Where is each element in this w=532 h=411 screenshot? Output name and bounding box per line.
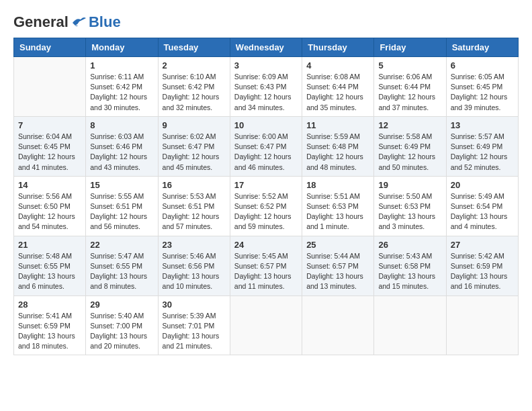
day-info: Sunrise: 6:10 AM Sunset: 6:42 PM Dayligh…	[163, 72, 226, 113]
day-number: 30	[163, 300, 226, 310]
calendar-week-row: 1Sunrise: 6:11 AM Sunset: 6:42 PM Daylig…	[14, 57, 519, 117]
calendar-day-cell: 27Sunrise: 5:42 AM Sunset: 6:59 PM Dayli…	[446, 236, 518, 295]
day-number: 16	[163, 180, 226, 190]
calendar-day-cell: 4Sunrise: 6:08 AM Sunset: 6:44 PM Daylig…	[302, 57, 374, 117]
day-number: 11	[306, 120, 369, 130]
day-info: Sunrise: 5:46 AM Sunset: 6:56 PM Dayligh…	[163, 251, 226, 292]
day-info: Sunrise: 6:06 AM Sunset: 6:44 PM Dayligh…	[378, 72, 441, 113]
logo: General Blue	[13, 13, 121, 31]
day-info: Sunrise: 5:43 AM Sunset: 6:58 PM Dayligh…	[378, 251, 441, 292]
calendar-day-cell: 25Sunrise: 5:44 AM Sunset: 6:57 PM Dayli…	[302, 236, 374, 295]
day-info: Sunrise: 5:52 AM Sunset: 6:52 PM Dayligh…	[234, 191, 298, 232]
calendar-day-cell: 10Sunrise: 6:00 AM Sunset: 6:47 PM Dayli…	[230, 116, 302, 176]
calendar-day-cell: 23Sunrise: 5:46 AM Sunset: 6:56 PM Dayli…	[158, 236, 230, 295]
day-info: Sunrise: 6:09 AM Sunset: 6:43 PM Dayligh…	[234, 72, 298, 113]
calendar-day-cell: 21Sunrise: 5:48 AM Sunset: 6:55 PM Dayli…	[14, 236, 86, 295]
day-info: Sunrise: 6:05 AM Sunset: 6:45 PM Dayligh…	[451, 72, 514, 113]
calendar-header-sunday: Sunday	[14, 38, 86, 57]
day-number: 24	[234, 240, 298, 250]
calendar-week-row: 21Sunrise: 5:48 AM Sunset: 6:55 PM Dayli…	[14, 236, 519, 295]
day-number: 13	[451, 120, 514, 130]
day-info: Sunrise: 5:45 AM Sunset: 6:57 PM Dayligh…	[234, 251, 298, 292]
calendar-day-cell: 6Sunrise: 6:05 AM Sunset: 6:45 PM Daylig…	[446, 57, 518, 117]
day-number: 9	[163, 120, 226, 130]
day-info: Sunrise: 6:08 AM Sunset: 6:44 PM Dayligh…	[306, 72, 369, 113]
calendar-day-cell: 12Sunrise: 5:58 AM Sunset: 6:49 PM Dayli…	[374, 116, 446, 176]
day-number: 15	[90, 180, 153, 190]
calendar-header-thursday: Thursday	[302, 38, 374, 57]
day-number: 17	[234, 180, 298, 190]
calendar-day-cell: 26Sunrise: 5:43 AM Sunset: 6:58 PM Dayli…	[374, 236, 446, 295]
day-info: Sunrise: 5:48 AM Sunset: 6:55 PM Dayligh…	[18, 251, 81, 292]
calendar-day-cell	[14, 57, 86, 117]
day-number: 3	[234, 60, 298, 71]
calendar-header-wednesday: Wednesday	[230, 38, 302, 57]
day-number: 29	[90, 300, 153, 310]
calendar-day-cell: 11Sunrise: 5:59 AM Sunset: 6:48 PM Dayli…	[302, 116, 374, 176]
calendar-day-cell: 30Sunrise: 5:39 AM Sunset: 7:01 PM Dayli…	[158, 295, 230, 355]
day-number: 4	[306, 60, 369, 71]
day-number: 23	[163, 240, 226, 250]
day-info: Sunrise: 5:56 AM Sunset: 6:50 PM Dayligh…	[18, 191, 81, 232]
calendar-header-monday: Monday	[86, 38, 158, 57]
day-info: Sunrise: 5:44 AM Sunset: 6:57 PM Dayligh…	[306, 251, 369, 292]
day-info: Sunrise: 5:39 AM Sunset: 7:01 PM Dayligh…	[163, 311, 226, 352]
calendar-day-cell	[302, 295, 374, 355]
calendar-day-cell: 20Sunrise: 5:49 AM Sunset: 6:54 PM Dayli…	[446, 176, 518, 236]
day-info: Sunrise: 5:41 AM Sunset: 6:59 PM Dayligh…	[18, 311, 81, 352]
calendar-day-cell: 15Sunrise: 5:55 AM Sunset: 6:51 PM Dayli…	[86, 176, 158, 236]
logo-general: General	[13, 13, 69, 31]
day-number: 6	[451, 60, 514, 71]
calendar-day-cell	[446, 295, 518, 355]
day-number: 28	[18, 300, 81, 310]
day-info: Sunrise: 6:04 AM Sunset: 6:45 PM Dayligh…	[18, 132, 81, 173]
calendar-day-cell: 16Sunrise: 5:53 AM Sunset: 6:51 PM Dayli…	[158, 176, 230, 236]
day-info: Sunrise: 6:03 AM Sunset: 6:46 PM Dayligh…	[90, 132, 153, 173]
calendar-day-cell: 7Sunrise: 6:04 AM Sunset: 6:45 PM Daylig…	[14, 116, 86, 176]
calendar-week-row: 14Sunrise: 5:56 AM Sunset: 6:50 PM Dayli…	[14, 176, 519, 236]
day-info: Sunrise: 5:58 AM Sunset: 6:49 PM Dayligh…	[378, 132, 441, 173]
day-info: Sunrise: 5:40 AM Sunset: 7:00 PM Dayligh…	[90, 311, 153, 352]
day-number: 19	[378, 180, 441, 190]
calendar-day-cell: 14Sunrise: 5:56 AM Sunset: 6:50 PM Dayli…	[14, 176, 86, 236]
day-number: 5	[378, 60, 441, 71]
calendar-day-cell: 17Sunrise: 5:52 AM Sunset: 6:52 PM Dayli…	[230, 176, 302, 236]
day-number: 27	[451, 240, 514, 250]
day-number: 26	[378, 240, 441, 250]
calendar-day-cell: 18Sunrise: 5:51 AM Sunset: 6:53 PM Dayli…	[302, 176, 374, 236]
day-number: 18	[306, 180, 369, 190]
day-number: 22	[90, 240, 153, 250]
calendar-day-cell: 2Sunrise: 6:10 AM Sunset: 6:42 PM Daylig…	[158, 57, 230, 117]
calendar-day-cell: 13Sunrise: 5:57 AM Sunset: 6:49 PM Dayli…	[446, 116, 518, 176]
day-info: Sunrise: 5:51 AM Sunset: 6:53 PM Dayligh…	[306, 191, 369, 232]
calendar-day-cell: 9Sunrise: 6:02 AM Sunset: 6:47 PM Daylig…	[158, 116, 230, 176]
day-number: 21	[18, 240, 81, 250]
calendar-week-row: 7Sunrise: 6:04 AM Sunset: 6:45 PM Daylig…	[14, 116, 519, 176]
calendar-day-cell	[230, 295, 302, 355]
day-number: 8	[90, 120, 153, 130]
calendar-day-cell: 8Sunrise: 6:03 AM Sunset: 6:46 PM Daylig…	[86, 116, 158, 176]
calendar-day-cell: 29Sunrise: 5:40 AM Sunset: 7:00 PM Dayli…	[86, 295, 158, 355]
day-number: 25	[306, 240, 369, 250]
day-info: Sunrise: 5:55 AM Sunset: 6:51 PM Dayligh…	[90, 191, 153, 232]
day-number: 12	[378, 120, 441, 130]
day-number: 2	[163, 60, 226, 71]
day-info: Sunrise: 6:02 AM Sunset: 6:47 PM Dayligh…	[163, 132, 226, 173]
day-info: Sunrise: 5:47 AM Sunset: 6:55 PM Dayligh…	[90, 251, 153, 292]
calendar-header-saturday: Saturday	[446, 38, 518, 57]
day-number: 7	[18, 120, 81, 130]
calendar-day-cell: 28Sunrise: 5:41 AM Sunset: 6:59 PM Dayli…	[14, 295, 86, 355]
calendar-header-row: SundayMondayTuesdayWednesdayThursdayFrid…	[14, 38, 519, 57]
day-info: Sunrise: 5:42 AM Sunset: 6:59 PM Dayligh…	[451, 251, 514, 292]
calendar-header-tuesday: Tuesday	[158, 38, 230, 57]
logo-blue: Blue	[89, 13, 121, 31]
day-number: 10	[234, 120, 298, 130]
day-info: Sunrise: 5:59 AM Sunset: 6:48 PM Dayligh…	[306, 132, 369, 173]
day-info: Sunrise: 5:57 AM Sunset: 6:49 PM Dayligh…	[451, 132, 514, 173]
calendar-day-cell: 1Sunrise: 6:11 AM Sunset: 6:42 PM Daylig…	[86, 57, 158, 117]
calendar-day-cell: 5Sunrise: 6:06 AM Sunset: 6:44 PM Daylig…	[374, 57, 446, 117]
day-info: Sunrise: 5:50 AM Sunset: 6:53 PM Dayligh…	[378, 191, 441, 232]
calendar-week-row: 28Sunrise: 5:41 AM Sunset: 6:59 PM Dayli…	[14, 295, 519, 355]
calendar-day-cell: 24Sunrise: 5:45 AM Sunset: 6:57 PM Dayli…	[230, 236, 302, 295]
calendar-day-cell	[374, 295, 446, 355]
